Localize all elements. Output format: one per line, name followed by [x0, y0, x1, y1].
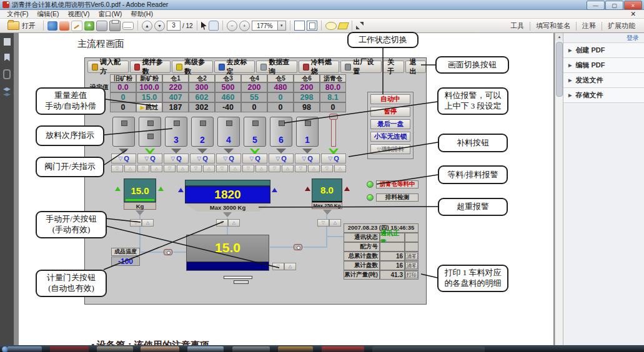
save-icon[interactable] — [96, 21, 107, 31]
attachments-icon[interactable] — [3, 69, 11, 79]
taskbar-app-button[interactable] — [232, 346, 270, 352]
minimize-button[interactable]: — — [587, 1, 605, 10]
print-icon[interactable] — [109, 21, 121, 31]
toolbar-item-2[interactable]: 注释 — [577, 21, 602, 31]
panel-item-1[interactable]: ▶编辑 PDF — [563, 57, 644, 72]
zoom-dropdown-icon[interactable]: ▼ — [278, 21, 286, 31]
bookmarks-icon[interactable] — [4, 54, 10, 61]
create-pdf-icon[interactable] — [59, 21, 69, 31]
hopper-open-button[interactable]: △ — [329, 219, 341, 227]
valve-close-button[interactable]: ▽ — [190, 165, 202, 172]
state-button-last-batch[interactable]: 最后一盘 — [370, 119, 410, 129]
panel-item-2[interactable]: ▶发送文件 — [563, 72, 644, 87]
discharge-q-button[interactable]: ▽Q — [190, 154, 215, 164]
valve-open-button[interactable]: △ — [151, 165, 162, 172]
taskbar-app-button[interactable] — [50, 346, 89, 352]
valve-close-button[interactable]: ▽ — [321, 165, 333, 172]
valve-close-button[interactable]: ▽ — [111, 165, 123, 172]
discharge-q-button[interactable]: ▽Q — [242, 154, 267, 164]
hmi-button-advanced-params[interactable]: 高级参数 — [172, 61, 213, 73]
discharge-q-button[interactable]: ▽Q — [321, 154, 346, 164]
taskbar-app-button[interactable] — [7, 346, 42, 352]
valve-close-button[interactable]: ▽ — [269, 165, 280, 172]
state-button-auto-running[interactable]: 自动中 — [370, 94, 410, 104]
valve-open-button[interactable]: △ — [203, 165, 215, 172]
taskbar-app-button[interactable] — [187, 346, 224, 352]
taskbar-app-button[interactable] — [278, 346, 313, 352]
valve-open-button[interactable]: △ — [229, 165, 241, 172]
close-button[interactable]: × — [624, 1, 642, 10]
vertical-scrollbar[interactable]: ▲ — [555, 33, 563, 345]
hmi-button-cold-feed-burner[interactable]: 冷料燃烧 — [299, 61, 340, 73]
hopper-close-button[interactable]: ▽ — [130, 219, 142, 227]
page-number-input[interactable]: 3 — [167, 21, 181, 31]
hmi-button-tare-calibration[interactable]: 去皮标定 — [214, 61, 255, 73]
toolbar-item-1[interactable]: 填写和签名 — [530, 21, 576, 31]
fit-page-icon[interactable] — [307, 21, 317, 31]
scrollbar-thumb[interactable] — [556, 42, 563, 97]
state-button-cart-no-interlock[interactable]: 小车无连锁 — [370, 132, 410, 142]
taskbar-app-button[interactable] — [372, 346, 485, 352]
close-toolbar-icon[interactable]: ✕ — [626, 10, 640, 17]
fullscreen-icon[interactable] — [356, 22, 364, 29]
hmi-button-factory-settings[interactable]: 出厂设置 — [340, 61, 382, 73]
hopper-close-button[interactable]: ▽ — [317, 219, 329, 227]
sign-in-link[interactable]: 登录 — [627, 34, 639, 42]
state-button-pause[interactable]: 暂停 — [370, 107, 410, 117]
print-button[interactable]: 打印 — [405, 271, 418, 278]
share-icon[interactable] — [84, 21, 94, 31]
hopper-open-button[interactable]: △ — [228, 219, 240, 227]
hmi-button-mix-params[interactable]: 搅拌参数 — [130, 61, 171, 73]
valve-close-button[interactable]: ▽ — [164, 165, 176, 172]
zoom-level-input[interactable]: 177% — [252, 21, 278, 31]
discharge-q-button[interactable]: ▽Q — [111, 154, 136, 164]
hmi-button-about[interactable]: 关于 — [383, 61, 404, 73]
zoom-in-button[interactable]: + — [239, 21, 250, 31]
email-icon[interactable] — [122, 22, 134, 30]
discharge-q-button[interactable]: ▽Q — [216, 154, 241, 164]
menu-view[interactable]: 视图(V) — [63, 10, 94, 19]
mixer-door-open-button[interactable]: △ — [284, 263, 296, 270]
discharge-q-button[interactable]: ▽Q — [137, 154, 162, 164]
panel-item-3[interactable]: ▶存储文件 — [563, 87, 644, 103]
valve-close-button[interactable]: ▽ — [295, 165, 307, 172]
taskbar-app-button[interactable] — [141, 346, 179, 352]
hopper-close-button[interactable]: ▽ — [216, 219, 228, 227]
clear-button[interactable]: 清零 — [405, 253, 418, 260]
hmi-button-load-recipe[interactable]: 调入配方 — [87, 61, 129, 73]
taskbar-app-button[interactable] — [322, 346, 364, 352]
valve-open-button[interactable]: △ — [282, 165, 294, 172]
bitumen-waiting-label[interactable]: 沥青仓等料中 — [376, 180, 419, 188]
next-page-button[interactable]: ▼ — [154, 21, 165, 31]
discharge-detect-label[interactable]: 排料检测 — [376, 193, 419, 202]
previous-page-button[interactable]: ▲ — [142, 21, 152, 31]
valve-open-button[interactable]: △ — [177, 165, 189, 172]
hmi-button-exit[interactable]: 退出 — [405, 61, 427, 73]
comment-bubble-icon[interactable] — [325, 22, 337, 30]
clear-button[interactable]: 清零 — [405, 262, 418, 269]
page-thumbnails-icon[interactable] — [4, 38, 11, 46]
discharge-q-button[interactable]: ▽Q — [295, 154, 320, 164]
highlight-icon[interactable] — [337, 22, 349, 29]
valve-open-button[interactable]: △ — [255, 165, 267, 172]
menu-edit[interactable]: 编辑(E) — [32, 10, 63, 19]
layers-icon[interactable] — [3, 87, 11, 91]
valve-close-button[interactable]: ▽ — [242, 165, 254, 172]
hopper-open-button[interactable]: △ — [142, 219, 154, 227]
toolbar-item-0[interactable]: 工具 — [505, 21, 530, 31]
menu-window[interactable]: 窗口(W) — [94, 10, 126, 19]
sign-icon[interactable] — [71, 21, 82, 31]
menu-file[interactable]: 文件(F) — [2, 10, 32, 19]
zoom-out-button[interactable]: − — [227, 21, 237, 31]
mixer-door-close-button[interactable]: ▽ — [272, 263, 284, 270]
discharge-q-button[interactable]: ▽Q — [269, 154, 294, 164]
toolbar-item-3[interactable]: 扩展功能 — [602, 21, 641, 31]
windows-taskbar[interactable] — [0, 345, 644, 352]
hand-tool-icon[interactable] — [209, 21, 219, 31]
valve-open-button[interactable]: △ — [124, 165, 136, 172]
taskbar-app-button[interactable] — [97, 346, 133, 352]
export-pdf-icon[interactable] — [47, 21, 57, 31]
menu-help[interactable]: 帮助(H) — [126, 10, 157, 19]
panel-item-0[interactable]: ▶创建 PDF — [563, 42, 644, 57]
discharge-q-button[interactable]: ▽Q — [164, 154, 189, 164]
